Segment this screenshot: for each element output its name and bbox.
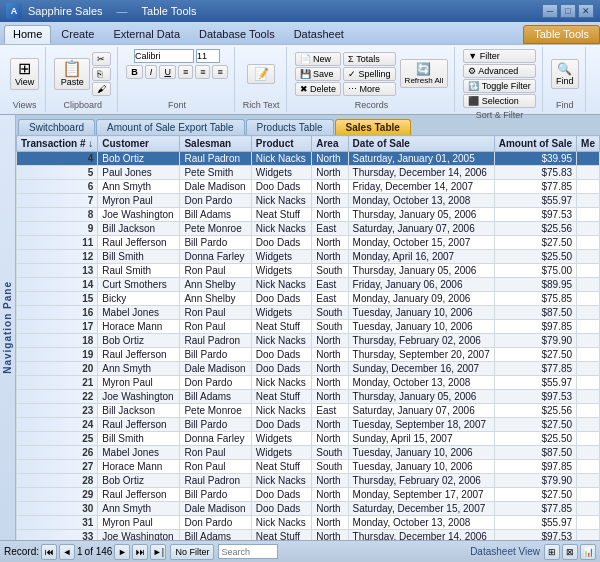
more-button[interactable]: ⋯ More (343, 82, 396, 96)
table-row[interactable]: 30 Ann Smyth Dale Madison Doo Dads North… (17, 502, 600, 516)
align-right-button[interactable]: ≡ (212, 65, 227, 79)
minimize-button[interactable]: ─ (542, 4, 558, 18)
tab-datasheet[interactable]: Datasheet (285, 25, 353, 44)
tab-create[interactable]: Create (52, 25, 103, 44)
nav-new-button[interactable]: ►| (150, 544, 166, 560)
nav-prev-button[interactable]: ◄ (59, 544, 75, 560)
table-row[interactable]: 17 Horace Mann Ron Paul Neat Stuff South… (17, 320, 600, 334)
close-button[interactable]: ✕ (578, 4, 594, 18)
toggle-filter-button[interactable]: 🔃 Toggle Filter (463, 79, 535, 93)
spelling-button[interactable]: ✓ Spelling (343, 67, 396, 81)
format-painter-button[interactable]: 🖌 (92, 82, 111, 96)
advanced-button[interactable]: ⚙ Advanced (463, 64, 535, 78)
col-header-salesman[interactable]: Salesman (180, 136, 251, 152)
tab-products[interactable]: Products Table (246, 119, 334, 135)
cell-date: Thursday, January 05, 2006 (348, 208, 494, 222)
cell-amount: $77.85 (494, 180, 576, 194)
status-bar: Record: ⏮ ◄ 1 of 146 ► ⏭ ►| No Filter Da… (0, 540, 600, 562)
tab-amount-sale[interactable]: Amount of Sale Export Table (96, 119, 245, 135)
save-button[interactable]: 💾 Save (295, 67, 342, 81)
table-row[interactable]: 5 Paul Jones Pete Smith Widgets North Th… (17, 166, 600, 180)
tab-external-data[interactable]: External Data (104, 25, 189, 44)
table-row[interactable]: 4 Bob Ortiz Raul Padron Nick Nacks North… (17, 152, 600, 166)
view-datasheet-icon[interactable]: ⊞ (544, 544, 560, 560)
table-row[interactable]: 9 Bill Jackson Pete Monroe Nick Nacks Ea… (17, 222, 600, 236)
no-filter-button[interactable]: No Filter (170, 544, 214, 560)
cell-product: Nick Nacks (251, 474, 311, 488)
table-row[interactable]: 25 Bill Smith Donna Farley Widgets North… (17, 432, 600, 446)
filter-button[interactable]: ▼ Filter (463, 49, 535, 63)
copy-button[interactable]: ⎘ (92, 67, 111, 81)
italic-button[interactable]: I (145, 65, 158, 79)
tab-home[interactable]: Home (4, 25, 51, 44)
cut-button[interactable]: ✂ (92, 52, 111, 66)
col-header-id[interactable]: Transaction # ↓ (17, 136, 98, 152)
col-header-product[interactable]: Product (251, 136, 311, 152)
table-row[interactable]: 6 Ann Smyth Dale Madison Doo Dads North … (17, 180, 600, 194)
table-row[interactable]: 13 Raul Smith Ron Paul Widgets South Thu… (17, 264, 600, 278)
bold-button[interactable]: B (126, 65, 143, 79)
table-row[interactable]: 11 Raul Jefferson Bill Pardo Doo Dads No… (17, 236, 600, 250)
find-button[interactable]: 🔍 Find (551, 59, 579, 89)
tab-database-tools[interactable]: Database Tools (190, 25, 284, 44)
table-row[interactable]: 14 Curt Smothers Ann Shelby Nick Nacks E… (17, 278, 600, 292)
font-size-input[interactable] (196, 49, 220, 63)
table-row[interactable]: 16 Mabel Jones Ron Paul Widgets South Tu… (17, 306, 600, 320)
selection-button[interactable]: ⬛ Selection (463, 94, 535, 108)
table-row[interactable]: 23 Bill Jackson Pete Monroe Nick Nacks E… (17, 404, 600, 418)
col-header-customer[interactable]: Customer (98, 136, 180, 152)
rich-text-group-label: Rich Text (243, 98, 280, 110)
table-row[interactable]: 31 Myron Paul Don Pardo Nick Nacks North… (17, 516, 600, 530)
paste-button[interactable]: 📋 Paste (54, 58, 90, 90)
cell-amount: $25.50 (494, 250, 576, 264)
tab-switchboard[interactable]: Switchboard (18, 119, 95, 135)
nav-first-button[interactable]: ⏮ (41, 544, 57, 560)
table-row[interactable]: 33 Joe Washington Bill Adams Neat Stuff … (17, 530, 600, 541)
cell-area: North (312, 376, 348, 390)
table-row[interactable]: 15 Bicky Ann Shelby Doo Dads East Monday… (17, 292, 600, 306)
search-input[interactable] (218, 544, 278, 559)
table-row[interactable]: 7 Myron Paul Don Pardo Nick Nacks North … (17, 194, 600, 208)
view-button[interactable]: ⊞ View (10, 58, 39, 90)
cell-customer: Horace Mann (98, 320, 180, 334)
cell-salesman: Bill Adams (180, 208, 251, 222)
table-row[interactable]: 21 Myron Paul Don Pardo Nick Nacks North… (17, 376, 600, 390)
col-header-area[interactable]: Area (312, 136, 348, 152)
col-header-amount[interactable]: Amount of Sale (494, 136, 576, 152)
nav-next-button[interactable]: ► (114, 544, 130, 560)
table-row[interactable]: 8 Joe Washington Bill Adams Neat Stuff N… (17, 208, 600, 222)
font-row2: B I U ≡ ≡ ≡ (126, 65, 227, 79)
table-row[interactable]: 26 Mabel Jones Ron Paul Widgets South Tu… (17, 446, 600, 460)
underline-button[interactable]: U (159, 65, 176, 79)
table-row[interactable]: 22 Joe Washington Bill Adams Neat Stuff … (17, 390, 600, 404)
col-header-date[interactable]: Date of Sale (348, 136, 494, 152)
cell-me (577, 502, 600, 516)
rich-text-button[interactable]: 📝 (247, 64, 275, 84)
new-button[interactable]: 📄 New (295, 52, 342, 66)
view-pivot-icon[interactable]: ⊠ (562, 544, 578, 560)
nav-last-button[interactable]: ⏭ (132, 544, 148, 560)
font-name-input[interactable] (134, 49, 194, 63)
table-row[interactable]: 18 Bob Ortiz Raul Padron Nick Nacks Nort… (17, 334, 600, 348)
refresh-all-button[interactable]: 🔄 Refresh All (400, 59, 449, 88)
maximize-button[interactable]: □ (560, 4, 576, 18)
cell-salesman: Donna Farley (180, 432, 251, 446)
align-center-button[interactable]: ≡ (195, 65, 210, 79)
tab-sales[interactable]: Sales Table (335, 119, 411, 135)
table-row[interactable]: 20 Ann Smyth Dale Madison Doo Dads North… (17, 362, 600, 376)
delete-button[interactable]: ✖ Delete (295, 82, 342, 96)
col-header-me[interactable]: Me (577, 136, 600, 152)
table-row[interactable]: 28 Bob Ortiz Raul Padron Nick Nacks Nort… (17, 474, 600, 488)
view-chart-icon[interactable]: 📊 (580, 544, 596, 560)
table-row[interactable]: 29 Raul Jefferson Bill Pardo Doo Dads No… (17, 488, 600, 502)
table-row[interactable]: 19 Raul Jefferson Bill Pardo Doo Dads No… (17, 348, 600, 362)
tab-table-tools[interactable]: Table Tools (523, 25, 600, 44)
table-row[interactable]: 27 Horace Mann Ron Paul Neat Stuff South… (17, 460, 600, 474)
cell-area: North (312, 180, 348, 194)
cell-salesman: Bill Pardo (180, 348, 251, 362)
totals-button[interactable]: Σ Totals (343, 52, 396, 66)
cell-customer: Joe Washington (98, 530, 180, 541)
table-row[interactable]: 12 Bill Smith Donna Farley Widgets North… (17, 250, 600, 264)
table-row[interactable]: 24 Raul Jefferson Bill Pardo Doo Dads No… (17, 418, 600, 432)
align-left-button[interactable]: ≡ (178, 65, 193, 79)
